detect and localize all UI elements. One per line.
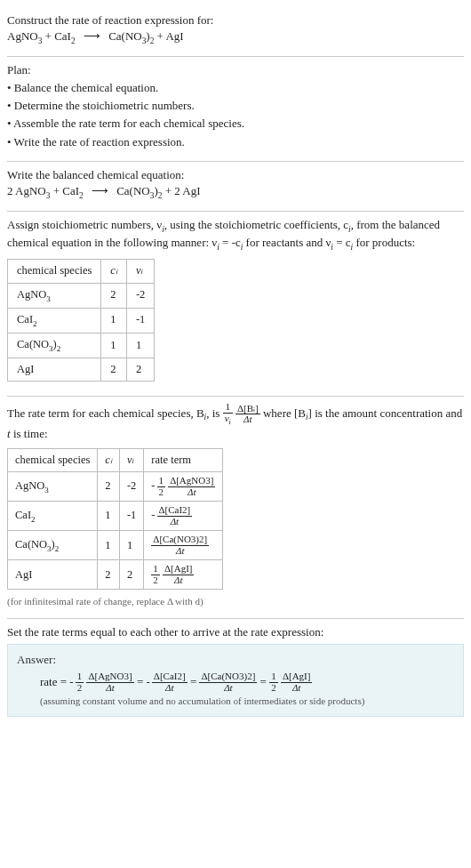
- subscript: i: [229, 418, 231, 426]
- table-header-row: chemical species cᵢ νᵢ: [8, 260, 155, 284]
- table-row: AgNO32-2-12 Δ[AgNO3]Δt: [8, 472, 223, 502]
- cell-v: 2: [126, 358, 154, 382]
- plan-item: Write the rate of reaction expression.: [7, 134, 464, 150]
- equals-sign: =: [137, 675, 147, 688]
- title-section: Construct the rate of reaction expressio…: [7, 7, 464, 57]
- fraction: 12: [151, 564, 160, 585]
- arrow-icon: ⟶: [92, 184, 108, 197]
- fraction: 1νi: [223, 402, 233, 426]
- balanced-label: Write the balanced chemical equation:: [7, 167, 464, 183]
- text: AgNO: [17, 288, 46, 301]
- eq-part: + CaI: [50, 184, 79, 197]
- cell-rate: -12 Δ[AgNO3]Δt: [144, 472, 223, 502]
- eq-part: Ca(NO: [116, 184, 150, 197]
- table-row: AgI22: [8, 358, 155, 382]
- arrow-icon: ⟶: [84, 29, 100, 43]
- cell-rate: -Δ[CaI2]Δt: [144, 502, 223, 531]
- frac-num: Δ[Ca(NO3)2]: [199, 671, 257, 683]
- fraction: Δ[Bᵢ]Δt: [236, 404, 260, 425]
- frac-den: Δt: [236, 414, 260, 425]
- cell-v: -2: [126, 283, 154, 308]
- frac-den: Δt: [157, 517, 193, 527]
- cell-c: 1: [101, 333, 127, 358]
- frac-den: Δt: [281, 683, 313, 694]
- title: Construct the rate of reaction expressio…: [7, 12, 464, 28]
- text: , is: [206, 406, 222, 420]
- col-species: chemical species: [8, 448, 98, 472]
- table-row: AgNO32-2: [8, 283, 155, 308]
- cell-species: AgNO3: [8, 283, 101, 308]
- fraction: Δ[CaI2]Δt: [157, 505, 193, 526]
- set-label: Set the rate terms equal to each other t…: [7, 624, 464, 640]
- subscript: 2: [55, 543, 60, 552]
- cell-c: 2: [98, 560, 120, 590]
- cell-rate: 12 Δ[AgI]Δt: [144, 560, 223, 590]
- col-c: cᵢ: [101, 260, 127, 284]
- frac-den: Δt: [199, 683, 257, 694]
- frac-den: νi: [223, 414, 233, 427]
- stoich-section: Assign stoichiometric numbers, νi, using…: [7, 212, 464, 398]
- text: where [B: [263, 406, 306, 420]
- frac-num: 1: [269, 671, 278, 683]
- cell-v: -1: [126, 308, 154, 333]
- cell-v: 1: [119, 531, 143, 560]
- cell-v: 1: [126, 333, 154, 358]
- fraction: Δ[Ca(NO3)2]Δt: [199, 671, 257, 693]
- text: = c: [333, 236, 351, 249]
- frac-den: Δt: [163, 575, 195, 586]
- text: CaI: [15, 509, 31, 521]
- eq-part: + AgI: [154, 29, 183, 43]
- col-v: νᵢ: [126, 260, 154, 284]
- final-section: Set the rate terms equal to each other t…: [7, 619, 464, 726]
- cell-species: AgNO3: [8, 472, 98, 502]
- answer-note: (assuming constant volume and no accumul…: [40, 695, 454, 708]
- cell-c: 1: [98, 502, 120, 531]
- text: CaI: [17, 313, 33, 326]
- text: AgI: [17, 363, 34, 375]
- cell-c: 2: [101, 283, 127, 308]
- eq-part: 2 AgNO: [7, 184, 46, 197]
- text: is time:: [11, 427, 48, 440]
- table-header-row: chemical species cᵢ νᵢ rate term: [8, 448, 223, 472]
- frac-num: Δ[AgNO3]: [86, 671, 133, 683]
- rate-expression: rate = -12 Δ[AgNO3]Δt = -Δ[CaI2]Δt = Δ[C…: [40, 671, 454, 693]
- minus-sign: -: [151, 509, 155, 521]
- cell-species: Ca(NO3)2: [8, 531, 98, 560]
- text: The rate term for each chemical species,…: [7, 406, 204, 420]
- table-row: Ca(NO3)211: [8, 333, 155, 358]
- frac-den: Δt: [168, 487, 215, 498]
- subscript: 3: [44, 485, 49, 494]
- cell-species: CaI2: [8, 308, 101, 333]
- eq-part: + 2 AgI: [162, 184, 200, 197]
- frac-num: Δ[CaI2]: [152, 671, 188, 683]
- rate-intro: The rate term for each chemical species,…: [7, 402, 464, 442]
- subscript: 2: [79, 191, 84, 200]
- fraction: Δ[AgI]Δt: [163, 564, 195, 585]
- cell-v: -1: [119, 502, 143, 531]
- answer-label: Answer:: [17, 652, 454, 668]
- text: rate =: [40, 675, 69, 688]
- cell-c: 1: [98, 531, 120, 560]
- frac-den: Δt: [86, 683, 133, 694]
- fraction: Δ[Ca(NO3)2]Δt: [151, 534, 209, 556]
- minus-sign: -: [146, 675, 149, 688]
- rate-section: The rate term for each chemical species,…: [7, 397, 464, 619]
- eq-part: AgNO: [7, 29, 38, 43]
- table-row: Ca(NO3)211Δ[Ca(NO3)2]Δt: [8, 531, 223, 560]
- col-species: chemical species: [8, 260, 101, 284]
- fraction: 12: [269, 671, 278, 693]
- text: ] is the amount concentration and: [308, 406, 463, 420]
- frac-den: 2: [151, 575, 160, 586]
- cell-v: 2: [119, 560, 143, 590]
- cell-species: AgI: [8, 560, 98, 590]
- text: , using the stoichiometric coefficients,…: [164, 218, 348, 231]
- frac-den: 2: [269, 683, 278, 694]
- text: Ca(NO: [15, 538, 47, 551]
- fraction: Δ[AgI]Δt: [281, 671, 313, 693]
- text: AgNO: [15, 479, 44, 492]
- frac-den: 2: [76, 683, 84, 694]
- fraction: 12: [76, 671, 84, 693]
- text: Assign stoichiometric numbers, ν: [7, 218, 162, 231]
- cell-v: -2: [119, 472, 143, 502]
- stoich-table: chemical species cᵢ νᵢ AgNO32-2 CaI21-1 …: [7, 259, 155, 382]
